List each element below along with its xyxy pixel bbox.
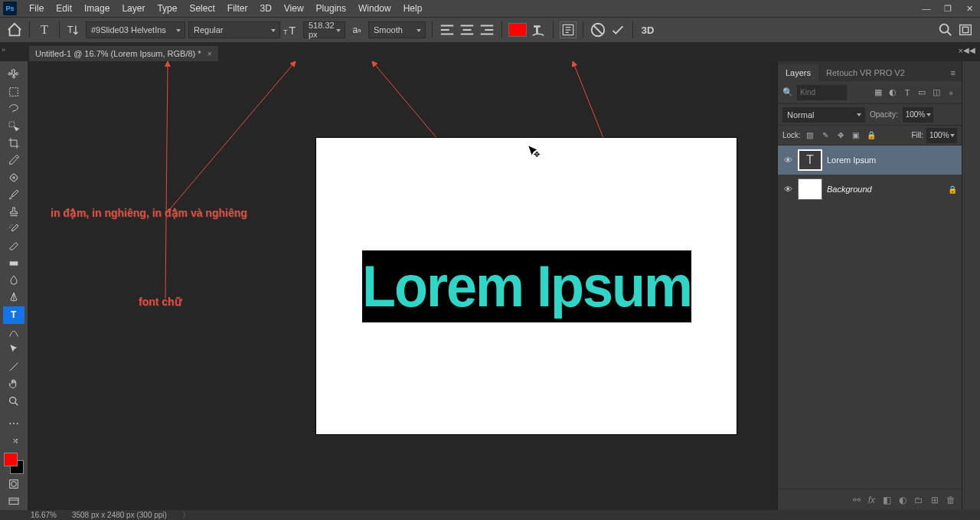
color-picker[interactable] (2, 453, 25, 476)
pen-tool[interactable] (3, 289, 24, 306)
menu-plugins[interactable]: Plugins (310, 1, 352, 16)
line-tool[interactable] (3, 358, 24, 374)
eraser-tool[interactable] (3, 237, 24, 254)
menu-view[interactable]: View (278, 1, 310, 16)
align-center-icon[interactable] (459, 21, 475, 38)
document-dimensions[interactable]: 3508 px x 2480 px (300 ppi) (72, 511, 167, 519)
filter-shape-icon[interactable]: ▭ (916, 87, 928, 99)
home-icon[interactable] (6, 21, 23, 38)
3d-text-icon[interactable]: 3D (639, 21, 656, 38)
collapsed-panels-strip[interactable] (962, 61, 980, 510)
character-panel-icon[interactable] (560, 21, 577, 38)
filter-type-icon[interactable]: T (901, 87, 913, 99)
layer-row[interactable]: 👁 Background 🔒 (778, 175, 962, 204)
zoom-level[interactable]: 16.67% (31, 511, 57, 519)
layer-thumbnail-text[interactable]: T (798, 149, 822, 171)
lock-icon[interactable]: 🔒 (948, 185, 957, 194)
adjustment-layer-icon[interactable]: ◐ (899, 495, 906, 505)
panel-menu-icon[interactable]: ≡ (945, 64, 962, 81)
swap-colors-icon[interactable]: ⤭ (5, 433, 26, 450)
quick-mask-icon[interactable] (3, 476, 24, 492)
history-brush-tool[interactable] (3, 221, 24, 237)
layer-row[interactable]: 👁 T Lorem Ipsum (778, 146, 962, 175)
visibility-icon[interactable]: 👁 (782, 155, 793, 165)
visibility-icon[interactable]: 👁 (782, 184, 793, 195)
text-layer-box[interactable]: Lorem Ipsum (362, 250, 691, 322)
type-tool-preset-icon[interactable]: T (36, 21, 53, 38)
menu-3d[interactable]: 3D (253, 1, 277, 16)
maximize-button[interactable]: ❐ (937, 1, 959, 16)
lasso-tool[interactable] (3, 100, 24, 117)
close-button[interactable]: ✕ (959, 1, 980, 16)
group-layers-icon[interactable]: 🗀 (914, 495, 923, 505)
delete-layer-icon[interactable]: 🗑 (946, 495, 956, 505)
close-document-icon[interactable]: × (207, 49, 212, 58)
filter-adjust-icon[interactable]: ◐ (887, 87, 899, 99)
screen-mode-icon[interactable] (3, 492, 24, 509)
hand-tool[interactable] (3, 375, 24, 392)
anti-alias-dropdown[interactable]: Smooth (368, 21, 426, 38)
layer-name[interactable]: Background (827, 185, 872, 194)
search-icon[interactable] (937, 21, 954, 38)
align-right-icon[interactable] (479, 21, 495, 38)
canvas-area[interactable]: in đậm, in nghiêng, in đậm và nghiêng fo… (28, 61, 777, 510)
foreground-color[interactable] (4, 453, 18, 466)
align-left-icon[interactable] (439, 21, 456, 38)
blend-mode-dropdown[interactable]: Normal (782, 107, 865, 123)
lock-transparent-icon[interactable]: ▨ (804, 129, 816, 142)
filter-smart-icon[interactable]: ◫ (930, 87, 942, 99)
lock-position-icon[interactable]: ✥ (835, 129, 847, 142)
font-family-dropdown[interactable]: #9Slide03 HelvetIns (86, 21, 185, 38)
collapse-panels-icon[interactable]: ◀◀ (963, 46, 975, 54)
link-layers-icon[interactable]: ⚯ (853, 495, 861, 505)
path-selection-tool[interactable] (3, 341, 24, 358)
lock-artboard-icon[interactable]: ▣ (850, 129, 862, 142)
status-arrow-icon[interactable]: 〉 (182, 510, 190, 521)
opacity-input[interactable]: 100% (903, 107, 933, 123)
lock-all-icon[interactable]: 🔒 (865, 129, 877, 142)
healing-tool[interactable] (3, 169, 24, 186)
menu-layer[interactable]: Layer (116, 1, 151, 16)
edit-toolbar-icon[interactable]: ⋯ (3, 415, 24, 432)
menu-window[interactable]: Window (352, 1, 397, 16)
crop-tool[interactable] (3, 135, 24, 152)
filter-toggle-icon[interactable]: ● (945, 87, 957, 99)
commit-icon[interactable] (609, 21, 626, 38)
menu-help[interactable]: Help (397, 1, 429, 16)
move-tool[interactable] (3, 66, 24, 83)
minimize-button[interactable]: — (916, 1, 937, 16)
lock-pixels-icon[interactable]: ✎ (819, 129, 831, 142)
tab-layers[interactable]: Layers (778, 64, 818, 81)
font-size-dropdown[interactable]: 518.32 px (303, 21, 345, 38)
selection-tool[interactable] (3, 117, 24, 134)
layer-thumbnail-bg[interactable] (798, 178, 822, 200)
menu-edit[interactable]: Edit (50, 1, 78, 16)
gradient-tool[interactable] (3, 255, 24, 272)
menu-select[interactable]: Select (183, 1, 220, 16)
text-orientation-icon[interactable]: T (66, 21, 83, 38)
filter-pixel-icon[interactable]: ▦ (872, 87, 884, 99)
tab-retouch[interactable]: Retouch VR PRO V2 (818, 64, 913, 81)
font-style-dropdown[interactable]: Regular (188, 21, 280, 38)
layer-filter-input[interactable] (797, 85, 847, 100)
type-tool[interactable]: T (3, 306, 24, 323)
layer-mask-icon[interactable]: ◧ (883, 495, 891, 505)
stamp-tool[interactable] (3, 204, 24, 221)
frame-icon[interactable] (957, 21, 974, 38)
brush-tool[interactable] (3, 186, 24, 203)
document-tab[interactable]: Untitled-1 @ 16.7% (Lorem Ipsum, RGB/8) … (29, 46, 218, 61)
menu-type[interactable]: Type (151, 1, 183, 16)
text-color-swatch[interactable] (508, 23, 527, 37)
shape-pen-tool[interactable] (3, 324, 24, 341)
blur-tool[interactable] (3, 272, 24, 289)
menu-filter[interactable]: Filter (221, 1, 254, 16)
eyedropper-tool[interactable] (3, 152, 24, 168)
new-layer-icon[interactable]: ⊞ (931, 495, 939, 505)
fill-input[interactable]: 100% (926, 128, 957, 143)
warp-text-icon[interactable]: T (530, 21, 547, 38)
cancel-icon[interactable] (590, 21, 606, 38)
zoom-tool[interactable] (3, 392, 24, 409)
layer-style-icon[interactable]: fx (868, 495, 875, 505)
marquee-tool[interactable] (3, 83, 24, 100)
canvas[interactable]: ✥ Lorem Ipsum (316, 138, 737, 434)
